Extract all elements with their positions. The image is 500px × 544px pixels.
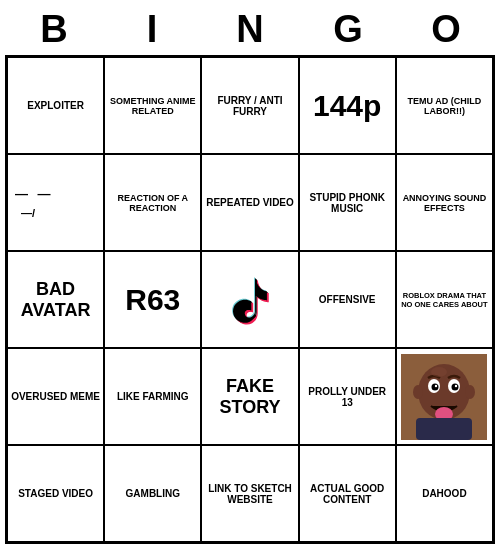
letter-o: O [401, 8, 491, 51]
tiktok-logo-icon [222, 272, 277, 327]
cell-r4c0: STAGED VIDEO [7, 445, 104, 542]
letter-g: G [303, 8, 393, 51]
cell-r4c3: ACTUAL GOOD CONTENT [299, 445, 396, 542]
letter-n: N [205, 8, 295, 51]
bingo-grid: EXPLOITERSOMETHING ANIME RELATEDFURRY / … [5, 55, 495, 544]
svg-point-11 [413, 385, 423, 399]
letter-i: I [107, 8, 197, 51]
person-image [401, 354, 487, 440]
cell-r2c0: BAD AVATAR [7, 251, 104, 348]
cell-r3c0: OVERUSED MEME [7, 348, 104, 445]
cell-r3c1: LIKE FARMING [104, 348, 201, 445]
face-drawing: — — —/ [11, 186, 100, 219]
svg-point-12 [465, 385, 475, 399]
svg-point-8 [455, 384, 457, 386]
cell-r2c1: R63 [104, 251, 201, 348]
cell-r4c1: GAMBLING [104, 445, 201, 542]
cell-r1c2: REPEATED VIDEO [201, 154, 298, 251]
svg-point-7 [435, 384, 437, 386]
cell-r1c3: STUPID PHONK MUSIC [299, 154, 396, 251]
cell-r4c2: LINK TO SKETCH WEBSITE [201, 445, 298, 542]
cell-r3c3: PROLLY UNDER 13 [299, 348, 396, 445]
svg-rect-10 [416, 418, 472, 440]
svg-point-13 [431, 367, 447, 377]
bingo-header: B I N G O [5, 0, 495, 55]
cell-r2c3: OFFENSIVE [299, 251, 396, 348]
cell-r4c4: DAHOOD [396, 445, 493, 542]
cell-r3c4 [396, 348, 493, 445]
cell-r1c0: — — —/ [7, 154, 104, 251]
cell-r0c1: SOMETHING ANIME RELATED [104, 57, 201, 154]
cell-r0c2: FURRY / ANTI FURRY [201, 57, 298, 154]
svg-point-5 [432, 383, 439, 390]
cell-r2c4: ROBLOX DRAMA THAT NO ONE CARES ABOUT [396, 251, 493, 348]
letter-b: B [9, 8, 99, 51]
svg-point-6 [452, 383, 459, 390]
cell-r1c4: ANNOYING SOUND EFFECTS [396, 154, 493, 251]
cell-r0c3: 144p [299, 57, 396, 154]
cell-r0c4: TEMU AD (CHILD LABOR!!) [396, 57, 493, 154]
cell-r0c0: EXPLOITER [7, 57, 104, 154]
cell-r3c2: FAKE STORY [201, 348, 298, 445]
cell-r1c1: REACTION OF A REACTION [104, 154, 201, 251]
cell-r2c2 [201, 251, 298, 348]
